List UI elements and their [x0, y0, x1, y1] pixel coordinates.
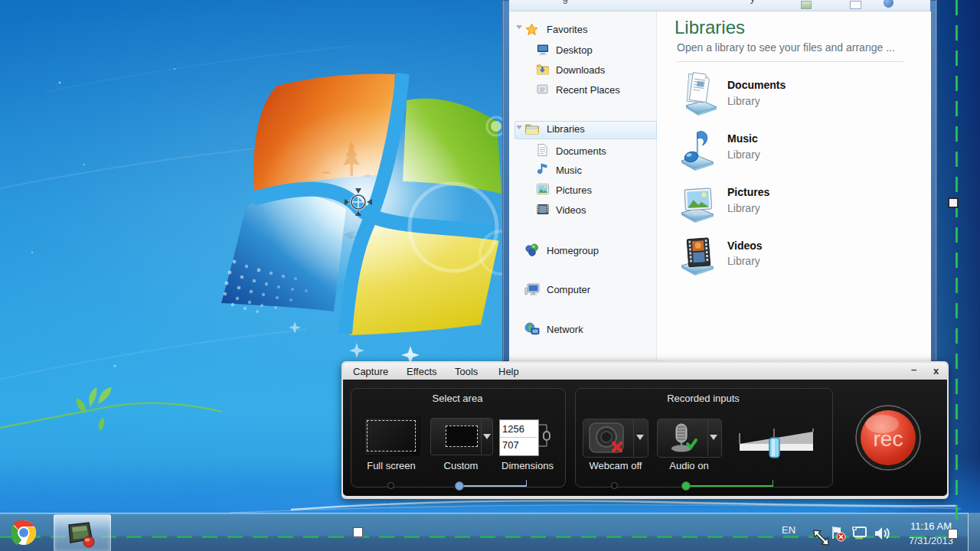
svg-text:rec: rec	[874, 427, 903, 451]
